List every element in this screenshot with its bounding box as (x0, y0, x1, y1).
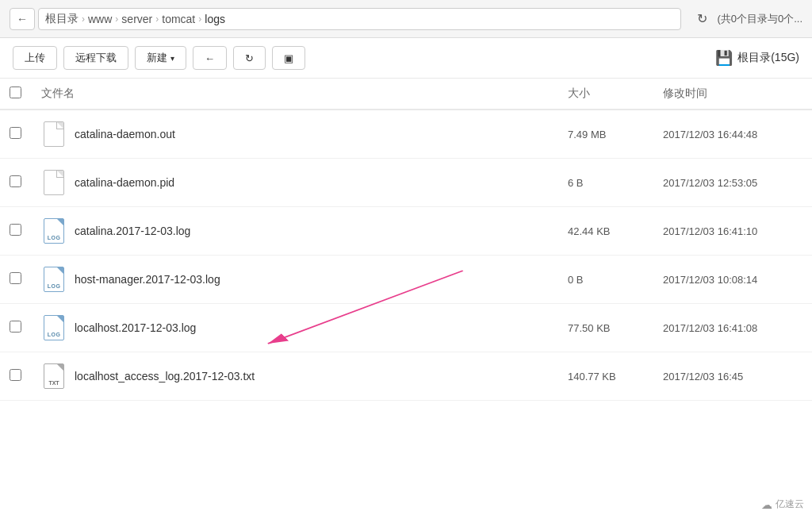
upload-label: 上传 (25, 51, 45, 65)
file-row-name-2: LOGcatalina.2017-12-03.log (41, 217, 549, 245)
row-check-3 (0, 256, 32, 304)
breadcrumb-sep-4: › (198, 13, 201, 25)
disk-info: 💾 根目录(15G) (715, 49, 799, 67)
txt-file-icon: TXT (44, 363, 64, 389)
row-name-cell-5: TXTlocalhost_access_log.2017-12-03.txt (32, 352, 558, 401)
file-name-5[interactable]: localhost_access_log.2017-12-03.txt (75, 370, 255, 383)
breadcrumb-sep-2: › (115, 13, 118, 25)
checkbox-3[interactable] (10, 272, 21, 284)
file-size-0: 7.49 MB (558, 110, 653, 159)
table-row: catalina-daemon.pid6 B2017/12/03 12:53:0… (0, 159, 812, 207)
breadcrumb-sep-3: › (155, 13, 159, 25)
checkbox-5[interactable] (10, 369, 21, 381)
toolbar-view-button[interactable]: ▣ (272, 46, 305, 70)
file-time-5: 2017/12/03 16:45 (653, 352, 812, 401)
toolbar-refresh-icon: ↻ (245, 52, 254, 64)
toolbar-back-icon: ← (205, 52, 215, 64)
row-name-cell-2: LOGcatalina.2017-12-03.log (32, 207, 558, 256)
file-row-name-3: LOGhost-manager.2017-12-03.log (41, 265, 549, 294)
file-icon-3: LOG (41, 265, 67, 294)
row-name-cell-4: LOGlocalhost.2017-12-03.log (32, 304, 558, 352)
log-file-icon: LOG (44, 218, 64, 244)
remote-download-label: 远程下载 (75, 51, 117, 65)
breadcrumb-item-www[interactable]: www (88, 13, 112, 25)
disk-icon: 💾 (715, 49, 733, 67)
table-row: LOGcatalina.2017-12-03.log42.44 KB2017/1… (0, 207, 812, 256)
file-name-4[interactable]: localhost.2017-12-03.log (75, 321, 196, 334)
log-file-icon: LOG (44, 315, 64, 340)
breadcrumb-item-tomcat[interactable]: tomcat (162, 13, 195, 25)
file-row-name-0: catalina-daemon.out (41, 120, 549, 148)
table-row: TXTlocalhost_access_log.2017-12-03.txt14… (0, 352, 812, 401)
file-size-2: 42.44 KB (558, 207, 653, 256)
file-icon-2: LOG (41, 217, 67, 245)
breadcrumb-right: ↻ (共0个目录与0个... (694, 8, 802, 29)
file-name-0[interactable]: catalina-daemon.out (75, 128, 175, 140)
file-name-2[interactable]: catalina.2017-12-03.log (75, 225, 190, 237)
file-table-container: 文件名 大小 修改时间 catalina-daemon.out7.49 MB20… (0, 79, 812, 401)
disk-label: 根目录(15G) (737, 51, 799, 65)
header-name: 文件名 (32, 79, 558, 110)
row-name-cell-1: catalina-daemon.pid (32, 159, 558, 207)
remote-download-button[interactable]: 远程下载 (63, 46, 128, 70)
breadcrumb-bar: ← 根目录 › www › server › tomcat › logs ↻ (… (0, 0, 812, 38)
checkbox-1[interactable] (10, 175, 21, 187)
breadcrumb-info: (共0个目录与0个... (717, 12, 802, 26)
file-name-1[interactable]: catalina-daemon.pid (75, 176, 174, 189)
new-button[interactable]: 新建 ▾ (135, 46, 186, 70)
file-time-0: 2017/12/03 16:44:48 (653, 110, 812, 159)
file-icon-0 (41, 120, 67, 148)
breadcrumb-refresh-button[interactable]: ↻ (694, 8, 710, 29)
breadcrumb-item-logs[interactable]: logs (205, 13, 225, 25)
select-all-checkbox[interactable] (10, 86, 21, 98)
toolbar-back-button[interactable]: ← (193, 46, 227, 70)
file-time-1: 2017/12/03 12:53:05 (653, 159, 812, 207)
file-size-1: 6 B (558, 159, 653, 207)
file-time-2: 2017/12/03 16:41:10 (653, 207, 812, 256)
breadcrumb-sep-1: › (82, 13, 85, 25)
file-icon-4: LOG (41, 313, 67, 342)
breadcrumb-item-root[interactable]: 根目录 (45, 12, 79, 26)
file-icon-1 (41, 168, 67, 197)
table-row: LOGhost-manager.2017-12-03.log0 B2017/12… (0, 256, 812, 304)
row-check-4 (0, 304, 32, 352)
file-time-4: 2017/12/03 16:41:08 (653, 304, 812, 352)
checkbox-4[interactable] (10, 321, 21, 333)
row-check-1 (0, 159, 32, 207)
file-name-3[interactable]: host-manager.2017-12-03.log (75, 273, 220, 286)
row-name-cell-3: LOGhost-manager.2017-12-03.log (32, 256, 558, 304)
file-row-name-4: LOGlocalhost.2017-12-03.log (41, 313, 549, 342)
breadcrumb-path: 根目录 › www › server › tomcat › logs (38, 8, 681, 30)
plain-file-icon (44, 170, 64, 195)
file-table: 文件名 大小 修改时间 catalina-daemon.out7.49 MB20… (0, 79, 812, 401)
file-size-3: 0 B (558, 256, 653, 304)
breadcrumb-back-button[interactable]: ← (10, 8, 35, 30)
row-name-cell-0: catalina-daemon.out (32, 110, 558, 159)
table-header-row: 文件名 大小 修改时间 (0, 79, 812, 110)
file-size-5: 140.77 KB (558, 352, 653, 401)
file-row-name-1: catalina-daemon.pid (41, 168, 549, 197)
checkbox-0[interactable] (10, 127, 21, 139)
file-size-4: 77.50 KB (558, 304, 653, 352)
row-check-2 (0, 207, 32, 256)
file-icon-5: TXT (41, 362, 67, 390)
upload-button[interactable]: 上传 (13, 46, 57, 70)
file-row-name-5: TXTlocalhost_access_log.2017-12-03.txt (41, 362, 549, 390)
header-check (0, 79, 32, 110)
header-size: 大小 (558, 79, 653, 110)
header-time: 修改时间 (653, 79, 812, 110)
checkbox-2[interactable] (10, 224, 21, 236)
breadcrumb-item-server[interactable]: server (121, 13, 152, 25)
plain-file-icon (44, 121, 64, 147)
log-file-icon: LOG (44, 267, 64, 292)
table-row: catalina-daemon.out7.49 MB2017/12/03 16:… (0, 110, 812, 159)
table-row: LOGlocalhost.2017-12-03.log77.50 KB2017/… (0, 304, 812, 352)
toolbar-view-icon: ▣ (284, 52, 293, 64)
new-caret-icon: ▾ (170, 54, 174, 63)
new-label: 新建 (147, 51, 167, 65)
toolbar: 上传 远程下载 新建 ▾ ← ↻ ▣ 💾 根目录(15G) (0, 38, 812, 79)
toolbar-refresh-button[interactable]: ↻ (233, 46, 266, 70)
row-check-5 (0, 352, 32, 401)
row-check-0 (0, 110, 32, 159)
file-time-3: 2017/12/03 10:08:14 (653, 256, 812, 304)
